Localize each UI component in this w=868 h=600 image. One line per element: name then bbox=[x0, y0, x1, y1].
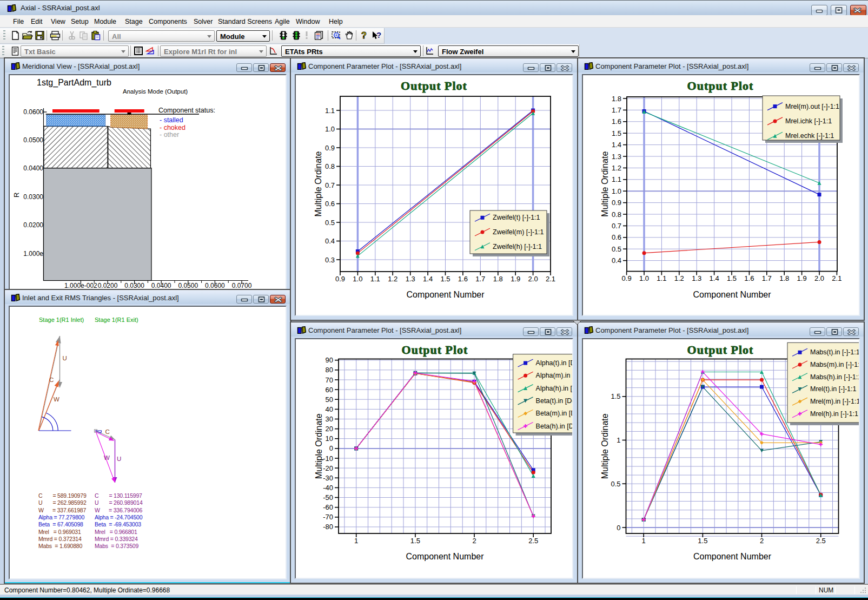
svg-text:1: 1 bbox=[617, 436, 620, 444]
svg-text:1.5: 1.5 bbox=[611, 392, 620, 400]
svg-text:Beta = -69.453003: Beta = -69.453003 bbox=[95, 521, 141, 528]
svg-text:Beta(h).in [Deg]: Beta(h).in [Deg] bbox=[536, 423, 572, 430]
svg-text:1: 1 bbox=[354, 537, 358, 545]
svg-text:0.9: 0.9 bbox=[612, 199, 621, 207]
svg-text:1.1: 1.1 bbox=[657, 274, 666, 282]
svg-text:10: 10 bbox=[326, 434, 333, 443]
svg-text:30: 30 bbox=[326, 415, 333, 423]
svg-text:Mabs(m).in [-]-1:1: Mabs(m).in [-]-1:1 bbox=[810, 361, 859, 368]
svg-text:Alpha(t).in [Deg: Alpha(t).in [Deg bbox=[536, 359, 572, 367]
svg-text:Mrel(m).out [-]-1:1: Mrel(m).out [-]-1:1 bbox=[785, 103, 839, 110]
svg-text:0.0300: 0.0300 bbox=[124, 282, 144, 289]
svg-text:0.5: 0.5 bbox=[611, 480, 620, 488]
svg-text:1.8: 1.8 bbox=[612, 95, 621, 103]
svg-text:Zweifel(m) [-]-1:1: Zweifel(m) [-]-1:1 bbox=[493, 228, 544, 236]
svg-text:0.0200: 0.0200 bbox=[23, 221, 43, 229]
svg-text:- choked: - choked bbox=[160, 124, 185, 131]
svg-text:1.1: 1.1 bbox=[325, 107, 335, 115]
svg-text:0.8: 0.8 bbox=[325, 162, 335, 170]
svg-text:1.4: 1.4 bbox=[612, 141, 621, 149]
svg-text:Beta = 67.405098: Beta = 67.405098 bbox=[38, 521, 83, 528]
svg-text:-20: -20 bbox=[323, 464, 333, 472]
svg-text:1.5: 1.5 bbox=[727, 274, 737, 282]
svg-text:Multiple Ordinate: Multiple Ordinate bbox=[600, 413, 609, 479]
svg-text:0.5: 0.5 bbox=[325, 219, 335, 227]
svg-text:- other: - other bbox=[160, 131, 179, 139]
svg-text:Alpha = 77.279800: Alpha = 77.279800 bbox=[38, 514, 84, 520]
svg-text:Mrel = 0.969031: Mrel = 0.969031 bbox=[38, 529, 81, 535]
svg-text:1.5: 1.5 bbox=[698, 537, 707, 545]
svg-text:-60: -60 bbox=[323, 503, 333, 511]
svg-text:0.9: 0.9 bbox=[325, 144, 335, 152]
svg-text:1.5: 1.5 bbox=[440, 275, 450, 283]
svg-text:0.7: 0.7 bbox=[325, 181, 335, 189]
svg-text:1.1: 1.1 bbox=[612, 175, 621, 183]
svg-text:Mabs(h).in [-]-1:1: Mabs(h).in [-]-1:1 bbox=[810, 373, 859, 381]
svg-text:Mmrd = 0.372314: Mmrd = 0.372314 bbox=[38, 536, 82, 542]
svg-text:W: W bbox=[104, 454, 110, 461]
svg-text:C = 589.190979: C = 589.190979 bbox=[38, 492, 87, 499]
svg-text:0.0300: 0.0300 bbox=[23, 193, 43, 201]
svg-text:Mrel.ichk [-]-1:1: Mrel.ichk [-]-1:1 bbox=[785, 117, 832, 125]
svg-text:Component Number: Component Number bbox=[406, 552, 484, 561]
svg-text:-70: -70 bbox=[323, 513, 333, 521]
svg-text:1.1: 1.1 bbox=[370, 275, 380, 283]
svg-text:0.6: 0.6 bbox=[612, 233, 621, 241]
svg-text:1.9: 1.9 bbox=[511, 275, 520, 283]
svg-text:W: W bbox=[54, 396, 59, 403]
svg-text:0.6: 0.6 bbox=[325, 200, 335, 208]
svg-text:1: 1 bbox=[642, 537, 646, 545]
svg-text:20: 20 bbox=[326, 425, 333, 433]
svg-text:0.0500: 0.0500 bbox=[178, 282, 198, 289]
svg-text:1.5: 1.5 bbox=[410, 537, 420, 545]
svg-text:Stage 1(R1 Exit): Stage 1(R1 Exit) bbox=[95, 317, 138, 323]
svg-text:Mabs = 1.690880: Mabs = 1.690880 bbox=[38, 543, 83, 549]
svg-text:1.9: 1.9 bbox=[797, 274, 807, 282]
svg-text:0.9: 0.9 bbox=[622, 274, 632, 282]
svg-text:Mrel(m).in [-]-1:1: Mrel(m).in [-]-1:1 bbox=[810, 398, 859, 405]
svg-text:2.0: 2.0 bbox=[814, 274, 824, 282]
svg-text:0.0400: 0.0400 bbox=[151, 282, 171, 289]
svg-text:60: 60 bbox=[326, 386, 333, 394]
svg-text:1.6: 1.6 bbox=[612, 117, 621, 126]
svg-text:Mrel = 0.966801: Mrel = 0.966801 bbox=[95, 529, 137, 535]
svg-text:?: ? bbox=[376, 31, 381, 39]
svg-text:1.6: 1.6 bbox=[458, 275, 468, 283]
svg-text:1.0: 1.0 bbox=[639, 274, 649, 282]
svg-text:0.0400: 0.0400 bbox=[23, 164, 43, 172]
svg-text:Mrel(t).in [-]-1:1: Mrel(t).in [-]-1:1 bbox=[810, 385, 856, 393]
svg-text:1.3: 1.3 bbox=[612, 153, 621, 161]
svg-text:1.8: 1.8 bbox=[779, 274, 789, 282]
svg-text:Mrel.echk [-]-1:1: Mrel.echk [-]-1:1 bbox=[785, 132, 834, 140]
svg-text:40: 40 bbox=[326, 405, 333, 413]
svg-text:1.7: 1.7 bbox=[762, 274, 772, 282]
svg-text:1.7: 1.7 bbox=[612, 106, 621, 114]
svg-text:Stage 1(R1 Inlet): Stage 1(R1 Inlet) bbox=[39, 317, 84, 323]
svg-text:-80: -80 bbox=[323, 523, 333, 531]
svg-text:C = 130.115997: C = 130.115997 bbox=[95, 492, 142, 499]
svg-text:1stg_PartAdm_turb: 1stg_PartAdm_turb bbox=[37, 78, 111, 88]
svg-text:-40: -40 bbox=[323, 484, 333, 492]
svg-text:2.0: 2.0 bbox=[528, 275, 538, 283]
svg-text:Beta(m).in [Deg: Beta(m).in [Deg bbox=[536, 410, 572, 417]
svg-text:1.000e-002: 1.000e-002 bbox=[64, 282, 97, 289]
svg-text:2: 2 bbox=[760, 537, 764, 545]
svg-text:2.1: 2.1 bbox=[546, 275, 555, 283]
svg-text:1.3: 1.3 bbox=[692, 274, 701, 282]
svg-text:Mabs(t).in [-]-1:1: Mabs(t).in [-]-1:1 bbox=[810, 348, 859, 356]
svg-text:U = 260.989014: U = 260.989014 bbox=[95, 499, 143, 506]
svg-text:C: C bbox=[49, 377, 54, 383]
svg-text:0.0500: 0.0500 bbox=[23, 136, 43, 144]
svg-text:1.000e: 1.000e bbox=[23, 250, 43, 258]
svg-text:Beta(t).in [Deg]: Beta(t).in [Deg] bbox=[536, 397, 572, 405]
svg-text:R: R bbox=[12, 193, 21, 197]
svg-text:0: 0 bbox=[617, 524, 620, 532]
svg-text:90: 90 bbox=[326, 356, 333, 364]
svg-text:?: ? bbox=[361, 31, 367, 40]
svg-text:1.6: 1.6 bbox=[744, 274, 754, 282]
svg-text:Mrel(h).in [-]-1:1: Mrel(h).in [-]-1:1 bbox=[810, 410, 858, 418]
svg-text:Zweifel(t) [-]-1:1: Zweifel(t) [-]-1:1 bbox=[493, 214, 540, 221]
svg-text:1.4: 1.4 bbox=[423, 275, 433, 283]
svg-text:1.2: 1.2 bbox=[612, 164, 621, 172]
svg-text:Zweifel(h) [-]-1:1: Zweifel(h) [-]-1:1 bbox=[493, 243, 542, 250]
